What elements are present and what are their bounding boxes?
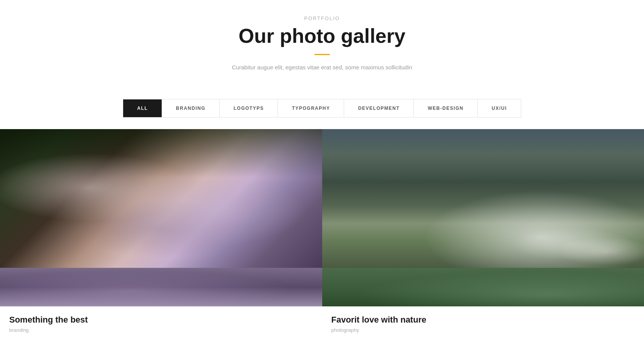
filter-tabs: ALL BRANDING LOGOTYPS TYPOGRAPHY DEVELOP… bbox=[123, 99, 521, 118]
portfolio-label: PORTFOLIO bbox=[8, 15, 636, 21]
gallery-item-right: Favorit love with nature photography bbox=[322, 129, 644, 342]
item-category-left: branding bbox=[9, 327, 313, 333]
item-info-right: Favorit love with nature photography bbox=[322, 306, 644, 342]
gallery-image-left bbox=[0, 129, 322, 268]
gallery-grid: Something the best branding Favorit love… bbox=[0, 129, 644, 342]
filter-tab-web-design[interactable]: WEB-DESIGN bbox=[414, 99, 478, 117]
item-info-left: Something the best branding bbox=[0, 306, 322, 342]
gallery-subtitle: Curabitur augue elit, egestas vitae erat… bbox=[226, 63, 418, 72]
page-title: Our photo gallery bbox=[8, 25, 636, 47]
filter-tab-branding[interactable]: BRANDING bbox=[162, 99, 220, 117]
filter-tab-development[interactable]: DEVELOPMENT bbox=[344, 99, 414, 117]
item-title-right: Favorit love with nature bbox=[331, 315, 635, 325]
filter-tab-typography[interactable]: TYPOGRAPHY bbox=[278, 99, 344, 117]
header-section: PORTFOLIO Our photo gallery Curabitur au… bbox=[0, 0, 644, 84]
page-wrapper: PORTFOLIO Our photo gallery Curabitur au… bbox=[0, 0, 644, 342]
filter-tab-ux-ui[interactable]: UX/UI bbox=[478, 99, 521, 117]
gallery-image-right bbox=[322, 129, 644, 268]
item-category-right: photography bbox=[331, 327, 635, 333]
filter-tab-all[interactable]: ALL bbox=[123, 99, 162, 117]
gallery-image-right-bottom bbox=[322, 268, 644, 306]
filter-tab-logotyps[interactable]: LOGOTYPS bbox=[220, 99, 278, 117]
gallery-item-left: Something the best branding bbox=[0, 129, 322, 342]
gallery-image-left-bottom bbox=[0, 268, 322, 306]
item-title-left: Something the best bbox=[9, 315, 313, 325]
title-divider bbox=[314, 54, 330, 55]
